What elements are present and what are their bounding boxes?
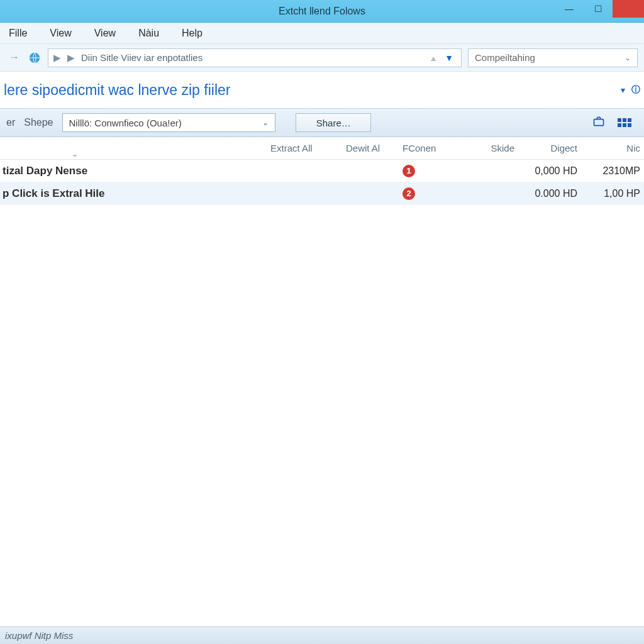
row-digect: 0.000 HD bbox=[522, 188, 585, 199]
heading-help-icon[interactable]: ⓘ bbox=[631, 84, 640, 96]
breadcrumb-text: Diin Sitle Viiev iar enpotatlies bbox=[81, 52, 425, 63]
table-row[interactable]: tizal Dapy Nense 1 0,000 HD 2310MP bbox=[0, 160, 644, 182]
col-dewit[interactable]: Dewit Al bbox=[346, 143, 402, 153]
column-header-row: ⌄ Extract All Dewit Al FConen Skide Dige… bbox=[0, 137, 644, 160]
sort-chevron-icon: ⌄ bbox=[72, 150, 78, 158]
search-placeholder: Compeiltahing bbox=[475, 52, 535, 63]
svg-rect-1 bbox=[594, 119, 604, 125]
col-nic[interactable]: Nic bbox=[585, 143, 644, 153]
status-bar: ixupwf Nitp Miss bbox=[0, 626, 644, 644]
toolbar-label-2: Shepe bbox=[24, 117, 53, 128]
maximize-button[interactable]: ☐ bbox=[584, 0, 613, 18]
toolbar-combo-value: Nilllö: Conwnfieco (Oua!er) bbox=[69, 118, 182, 128]
col-conen[interactable]: FConen bbox=[402, 143, 465, 153]
close-button[interactable] bbox=[613, 0, 644, 18]
row-name: p Click is Extral Hile bbox=[0, 187, 270, 200]
menu-file[interactable]: Fille bbox=[5, 25, 31, 42]
heading-row: lere sipoedicmit wac lnerve zip fiiler ▾… bbox=[0, 72, 644, 108]
menu-naiu[interactable]: Nàiu bbox=[135, 25, 163, 42]
row-name: tizal Dapy Nense bbox=[0, 165, 270, 177]
search-box[interactable]: Compeiltahing ⌄ bbox=[468, 48, 638, 67]
forward-arrow-icon[interactable]: → bbox=[6, 51, 21, 64]
status-text: ixupwf Nitp Miss bbox=[5, 630, 73, 641]
refresh-globe-icon[interactable] bbox=[28, 51, 42, 65]
menubar: Fille View View Nàiu Help bbox=[0, 23, 644, 44]
row-digect: 0,000 HD bbox=[522, 165, 585, 177]
heading-tools: ▾ ⓘ bbox=[621, 84, 640, 96]
col-digect[interactable]: Digect bbox=[522, 143, 585, 153]
navbar: → ▶ ▶ Diin Sitle Viiev iar enpotatlies ⟁… bbox=[0, 44, 644, 72]
menu-view-1[interactable]: View bbox=[46, 25, 75, 42]
breadcrumb-sep-icon: ▶ bbox=[53, 52, 61, 64]
minimize-button[interactable]: — bbox=[555, 0, 584, 18]
warning-icon[interactable]: ⟁ bbox=[431, 53, 436, 63]
page-heading: lere sipoedicmit wac lnerve zip fiiler bbox=[4, 82, 230, 99]
badge-icon: 2 bbox=[402, 187, 415, 200]
view-grid-icon[interactable] bbox=[618, 118, 638, 127]
window-controls: — ☐ bbox=[555, 0, 644, 18]
menu-view-2[interactable]: View bbox=[91, 25, 119, 42]
toolbar-combo[interactable]: Nilllö: Conwnfieco (Oua!er) ⌄ bbox=[62, 113, 276, 132]
titlebar: Extcht llend Folows — ☐ bbox=[0, 0, 644, 23]
badge-icon: 1 bbox=[402, 165, 415, 177]
address-bar[interactable]: ▶ ▶ Diin Sitle Viiev iar enpotatlies ⟁ ▼ bbox=[48, 48, 462, 67]
col-skide[interactable]: Skide bbox=[465, 143, 522, 153]
heading-dropdown-icon[interactable]: ▾ bbox=[621, 85, 625, 95]
chevron-down-icon[interactable]: ⌄ bbox=[625, 53, 631, 62]
breadcrumb-sep-icon: ▶ bbox=[67, 52, 75, 64]
file-list: tizal Dapy Nense 1 0,000 HD 2310MP p Cli… bbox=[0, 160, 644, 626]
col-extract-all[interactable]: Extract All bbox=[270, 143, 346, 153]
table-row[interactable]: p Click is Extral Hile 2 0.000 HD 1,00 H… bbox=[0, 182, 644, 205]
dropdown-icon[interactable]: ▼ bbox=[445, 53, 453, 63]
toolbar: er Shepe Nilllö: Conwnfieco (Oua!er) ⌄ S… bbox=[0, 108, 644, 137]
menu-help[interactable]: Help bbox=[178, 25, 206, 42]
share-button[interactable]: Share… bbox=[296, 113, 371, 132]
toolbar-label-1: er bbox=[6, 117, 15, 128]
row-nic: 2310MP bbox=[585, 165, 644, 177]
row-nic: 1,00 HP bbox=[585, 188, 644, 199]
window-title: Extcht llend Folows bbox=[279, 6, 365, 17]
briefcase-icon[interactable] bbox=[589, 115, 609, 131]
chevron-down-icon: ⌄ bbox=[262, 118, 269, 127]
